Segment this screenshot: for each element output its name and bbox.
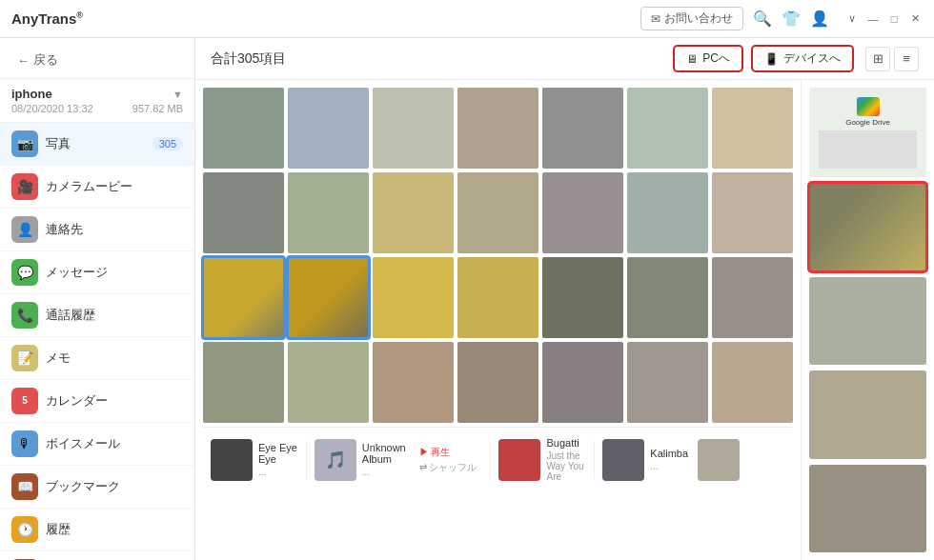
photo-cell[interactable] xyxy=(373,172,454,253)
right-thumb-4[interactable] xyxy=(809,370,926,458)
right-thumb-selected[interactable] xyxy=(809,183,926,270)
right-thumb-5[interactable] xyxy=(809,465,926,552)
music-title-1: Eye Eye Eye xyxy=(258,442,298,465)
photo-row-3 xyxy=(203,257,793,338)
sidebar-item-voicemail[interactable]: 🎙 ボイスメール xyxy=(0,423,194,466)
list-view-button[interactable]: ≡ xyxy=(894,47,919,71)
photo-cell[interactable] xyxy=(627,342,708,423)
chevron-down-icon[interactable]: ▼ xyxy=(173,89,183,100)
photo-cell[interactable] xyxy=(288,342,369,423)
music-item-3[interactable]: Bugatti Just the Way You Are xyxy=(498,437,586,482)
photo-cell[interactable] xyxy=(373,257,454,338)
sidebar-item-camera[interactable]: 🎥 カメラムービー xyxy=(0,166,194,209)
photo-cell[interactable] xyxy=(457,88,538,169)
grid-view-button[interactable]: ⊞ xyxy=(865,47,890,71)
photo-cell[interactable] xyxy=(457,257,538,338)
sidebar-item-history[interactable]: 🕐 履歴 xyxy=(0,509,194,551)
photo-cell[interactable] xyxy=(288,88,369,169)
music-item-5[interactable] xyxy=(698,439,785,481)
music-item-4[interactable]: Kalimba ... xyxy=(602,439,690,481)
play-tag: ▶ 再生 xyxy=(419,446,451,459)
right-thumb-gdrive[interactable]: Google Drive xyxy=(809,88,926,177)
photo-cell[interactable] xyxy=(542,172,623,253)
photo-cell[interactable] xyxy=(542,257,623,338)
envelope-icon: ✉ xyxy=(651,12,660,26)
music-divider-2 xyxy=(490,441,491,479)
window-controls: ∨ — □ ✕ xyxy=(844,11,923,27)
music-divider-3 xyxy=(594,441,595,479)
photo-cell[interactable] xyxy=(373,88,454,169)
photo-cell[interactable] xyxy=(712,257,793,338)
sidebar-item-calls[interactable]: 📞 通話履歴 xyxy=(0,294,194,337)
bookmarks-icon: 📖 xyxy=(11,473,38,500)
photo-cell[interactable] xyxy=(627,172,708,253)
search-icon[interactable]: 🔍 xyxy=(753,10,772,28)
menu-label-camera: カメラムービー xyxy=(46,178,183,195)
photo-cell[interactable] xyxy=(627,88,708,169)
calendar-icon: 5 xyxy=(11,388,38,414)
minimize-icon[interactable]: ∨ xyxy=(844,11,860,27)
content-area: 合計305項目 🖥 PCへ 📱 デバイスへ ⊞ ≡ xyxy=(195,38,934,560)
photo-cell[interactable] xyxy=(203,172,284,253)
content-header: 合計305項目 🖥 PCへ 📱 デバイスへ ⊞ ≡ xyxy=(195,38,934,80)
music-info-3: Bugatti Just the Way You Are xyxy=(546,437,586,482)
music-artist-3: Just the Way You Are xyxy=(546,450,586,482)
music-divider xyxy=(306,441,307,479)
header-actions: 🖥 PCへ 📱 デバイスへ ⊞ ≡ xyxy=(673,45,919,72)
view-toggle: ⊞ ≡ xyxy=(865,47,919,71)
menu-label-photos: 写真 xyxy=(46,135,145,152)
right-thumb-3[interactable] xyxy=(809,277,926,365)
contact-button[interactable]: ✉ お問い合わせ xyxy=(640,7,743,30)
device-info: iphone ▼ 08/20/2020 13:32 957.82 MB xyxy=(0,79,194,123)
photo-cell[interactable] xyxy=(457,342,538,423)
photo-cell[interactable] xyxy=(203,88,284,169)
photo-cell[interactable] xyxy=(203,342,284,423)
sidebar-header: ← 戻る xyxy=(0,38,194,79)
pc-button[interactable]: 🖥 PCへ xyxy=(673,45,743,72)
device-button[interactable]: 📱 デバイスへ xyxy=(751,45,854,72)
photo-cell[interactable] xyxy=(542,88,623,169)
voicemail-icon: 🎙 xyxy=(11,430,38,457)
music-info-4: Kalimba ... xyxy=(650,448,688,471)
photo-cell[interactable] xyxy=(712,88,793,169)
photo-cell[interactable] xyxy=(288,172,369,253)
sidebar-item-contacts[interactable]: 👤 連絡先 xyxy=(0,209,194,251)
device-name: iphone xyxy=(11,87,52,101)
memo-icon: 📝 xyxy=(11,345,38,371)
close-icon[interactable]: ✕ xyxy=(907,11,923,27)
device-size: 957.82 MB xyxy=(132,103,183,114)
photo-cell-selected-1[interactable] xyxy=(203,257,284,338)
photo-main: Eye Eye Eye ... 🎵 Unknown Album ... ▶ 再 xyxy=(195,80,934,560)
photo-row-1 xyxy=(203,88,793,169)
shirt-icon[interactable]: 👕 xyxy=(782,10,801,28)
photo-cell[interactable] xyxy=(457,172,538,253)
sidebar-item-photos[interactable]: 📷 写真 305 xyxy=(0,123,194,166)
menu-label-voicemail: ボイスメール xyxy=(46,435,183,452)
sidebar-item-books[interactable]: 📚 ブック xyxy=(0,551,194,560)
photo-cell[interactable] xyxy=(712,342,793,423)
photo-cell-selected-2[interactable] xyxy=(288,257,369,338)
music-item-2[interactable]: 🎵 Unknown Album ... xyxy=(315,439,406,481)
music-item-1[interactable]: Eye Eye Eye ... xyxy=(211,439,298,481)
photo-cell[interactable] xyxy=(627,257,708,338)
sidebar-item-memo[interactable]: 📝 メモ xyxy=(0,337,194,380)
photo-cell[interactable] xyxy=(712,172,793,253)
maximize-icon[interactable]: □ xyxy=(886,11,902,27)
shuffle-tag: ⇄ シャッフル xyxy=(419,461,477,474)
pc-icon: 🖥 xyxy=(686,52,698,66)
windowed-icon[interactable]: — xyxy=(865,11,881,27)
photos-badge: 305 xyxy=(152,137,183,150)
sidebar-item-bookmarks[interactable]: 📖 ブックマーク xyxy=(0,466,194,509)
title-bar: AnyTrans® ✉ お問い合わせ 🔍 👕 👤 ∨ — □ ✕ xyxy=(0,0,934,38)
device-date: 08/20/2020 13:32 xyxy=(11,103,93,114)
back-button[interactable]: ← 戻る xyxy=(11,48,183,72)
sidebar-item-messages[interactable]: 💬 メッセージ xyxy=(0,251,194,294)
photo-cell[interactable] xyxy=(542,342,623,423)
photo-grid-scrollable[interactable]: Eye Eye Eye ... 🎵 Unknown Album ... ▶ 再 xyxy=(195,80,801,560)
photo-row-2 xyxy=(203,172,793,253)
camera-icon: 🎥 xyxy=(11,173,38,200)
photo-cell[interactable] xyxy=(373,342,454,423)
user-icon[interactable]: 👤 xyxy=(810,10,829,28)
photo-row-4 xyxy=(203,342,793,423)
sidebar-item-calendar[interactable]: 5 カレンダー xyxy=(0,380,194,423)
